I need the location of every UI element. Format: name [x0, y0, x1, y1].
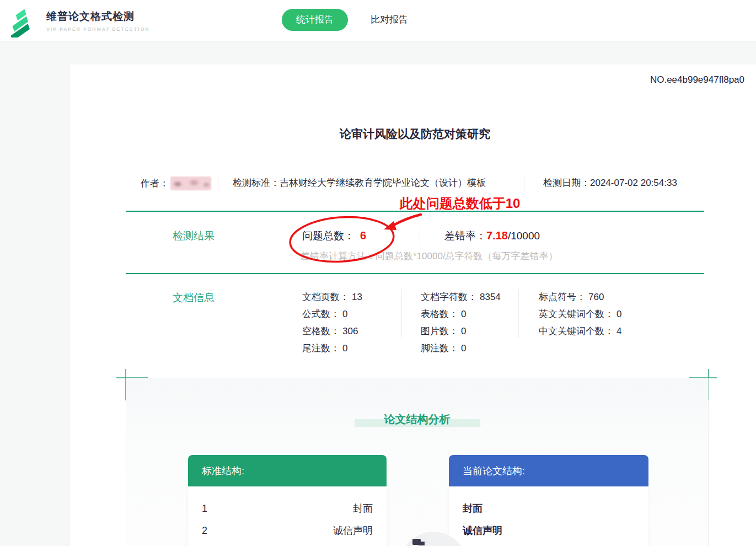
doc-stat: 文档字符数：8354: [421, 288, 501, 306]
docinfo-column-3: 标点符号：760 英文关键词个数：0 中文关键词个数：4: [539, 288, 621, 340]
structure-row: 封面: [463, 497, 635, 520]
standard-structure-card: 标准结构: 1 封面 2 诚信声明: [188, 455, 387, 546]
results-divider: [420, 228, 420, 243]
brand-block: 维普论文格式检测 VIP PAPER FORMAT DETECTION: [46, 9, 150, 32]
report-card: NO.ee4b99e947fl8pa0 论审计风险以及防范对策研究 作者： 检测…: [70, 65, 756, 546]
date-field: 检测日期：2024-07-02 20:54:33: [543, 176, 677, 189]
structure-row-number: 1: [202, 503, 207, 515]
structure-row: 2 诚信声明: [202, 520, 373, 542]
rate-label: 差错率：: [444, 230, 486, 242]
paper-title: 论审计风险以及防范对策研究: [126, 126, 704, 142]
vip-stripes-logo-icon: [9, 3, 41, 38]
tab-comparison-report[interactable]: 比对报告: [371, 9, 408, 31]
doc-stat: 标点符号：760: [539, 288, 621, 306]
annotation-note: 此处问题总数低于10: [358, 195, 561, 212]
results-section-label: 检测结果: [173, 229, 215, 243]
author-redaction-mask: [170, 176, 211, 190]
doc-stat: 图片数：0: [421, 323, 501, 340]
document-info-section: 文档信息 文档页数：13 公式数：0 空格数：306 尾注数：0 文档字符数：8…: [126, 281, 704, 367]
docinfo-divider: [518, 289, 519, 338]
date-value: 2024-07-02 20:54:33: [590, 178, 677, 188]
app-header: 维普论文格式检测 VIP PAPER FORMAT DETECTION 统计报告…: [0, 0, 756, 42]
current-structure-card: 当前论文结构: 封面 诚信声明: [449, 455, 648, 546]
standard-value: 吉林财经大学继续教育学院毕业论文（设计）模板: [280, 178, 486, 188]
standard-structure-header: 标准结构:: [188, 455, 387, 486]
issues-value: 6: [360, 229, 366, 242]
meta-row: 作者： 检测标准：吉林财经大学继续教育学院毕业论文（设计）模板 检测日期：202…: [126, 173, 704, 193]
doc-stat: 中文关键词个数：4: [539, 323, 621, 340]
structure-row-label: 封面: [353, 502, 373, 515]
structure-row-label: 诚信声明: [333, 524, 373, 537]
detection-results-section: 检测结果 问题总数：6 差错率：7.18/10000 差错率计算方法：问题总数*…: [126, 211, 704, 274]
standard-field: 检测标准：吉林财经大学继续教育学院毕业论文（设计）模板: [233, 176, 486, 189]
docinfo-column-1: 文档页数：13 公式数：0 空格数：306 尾注数：0: [302, 288, 362, 357]
structure-analysis-page: 论文结构分析 标准结构: 1 封面 2 诚信声明 当前论文结构: 封面 诚信声明: [126, 378, 709, 546]
structure-row-number: 2: [202, 525, 207, 537]
current-structure-header: 当前论文结构:: [449, 455, 648, 486]
meta-divider: [524, 175, 524, 190]
docinfo-column-2: 文档字符数：8354 表格数：0 图片数：0 脚注数：0: [421, 288, 501, 357]
structure-analysis-title: 论文结构分析: [126, 412, 708, 427]
rate-value: 7.18: [486, 229, 508, 242]
doc-stat: 公式数：0: [302, 306, 362, 323]
doc-stat: 脚注数：0: [421, 340, 501, 357]
issues-total: 问题总数：6: [302, 229, 366, 243]
rate-formula-note: 差错率计算方法：问题总数*10000/总字符数（每万字差错率）: [301, 250, 558, 263]
tab-statistics-report[interactable]: 统计报告: [282, 9, 348, 31]
standard-label: 检测标准：: [233, 178, 280, 188]
doc-stat: 表格数：0: [421, 306, 501, 323]
doc-stat: 空格数：306: [302, 323, 362, 340]
rate-denominator: /10000: [508, 230, 540, 242]
meta-divider: [218, 175, 218, 190]
docinfo-divider: [401, 289, 402, 338]
current-structure-body: 封面 诚信声明: [449, 486, 648, 546]
error-rate: 差错率：7.18/10000: [444, 229, 540, 243]
report-number: NO.ee4b99e947fl8pa0: [650, 74, 744, 85]
structure-row: 1 封面: [202, 497, 373, 520]
issues-label: 问题总数：: [302, 230, 355, 242]
compare-badge-icon: [412, 539, 421, 545]
author-label: 作者：: [141, 178, 169, 189]
doc-stat: 文档页数：13: [302, 288, 362, 306]
doc-stat: 尾注数：0: [302, 340, 362, 357]
standard-structure-body: 1 封面 2 诚信声明: [188, 486, 387, 546]
docinfo-section-label: 文档信息: [173, 291, 215, 305]
doc-stat: 英文关键词个数：0: [539, 306, 621, 323]
author-field: 作者：: [141, 176, 211, 190]
brand-subtitle: VIP PAPER FORMAT DETECTION: [46, 26, 150, 32]
date-label: 检测日期：: [543, 178, 590, 188]
brand-title: 维普论文格式检测: [46, 9, 150, 24]
structure-row: 诚信声明: [463, 520, 635, 542]
